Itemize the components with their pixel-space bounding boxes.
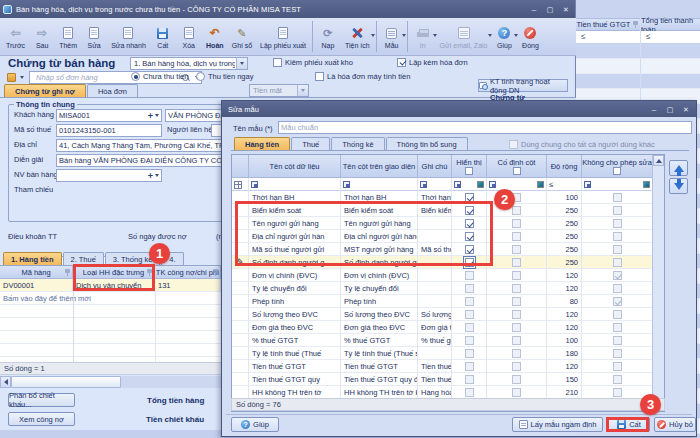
fixed-checkbox[interactable] bbox=[512, 375, 521, 384]
cell-width[interactable]: 100 bbox=[547, 191, 582, 204]
show-checkbox[interactable] bbox=[465, 362, 474, 371]
bg-column-tien-thue[interactable]: Tiền thuế GTGT bbox=[576, 19, 640, 30]
cell-fixed[interactable] bbox=[487, 373, 547, 386]
add-icon[interactable]: + bbox=[148, 171, 153, 181]
toolbar-button-printer-16[interactable]: In bbox=[410, 18, 436, 55]
dialog-column-2[interactable]: Ghi chú bbox=[418, 155, 452, 178]
dialog-grid-row-6[interactable]: Đơn vị chính (ĐVC)Đơn vị chính (ĐVC)120 bbox=[232, 269, 664, 282]
cell-lock[interactable] bbox=[582, 230, 653, 243]
lock-checkbox[interactable] bbox=[613, 284, 622, 293]
close-icon[interactable] bbox=[561, 5, 571, 14]
toolbar-button-doc-3[interactable]: Sửa bbox=[81, 18, 107, 55]
help-button[interactable]: ? Giúp bbox=[231, 417, 279, 432]
chevron-down-icon[interactable] bbox=[371, 34, 375, 37]
dialog-grid-row-9[interactable]: Số lượng theo ĐVCSố lượng theo ĐVCSố lượ… bbox=[232, 308, 664, 321]
cell-ui[interactable]: Số lượng theo ĐVC bbox=[341, 308, 418, 321]
cell-data[interactable]: Tỷ lệ tính thuế (Thuế bbox=[249, 347, 341, 360]
cell-fixed[interactable] bbox=[487, 308, 547, 321]
cell-fixed[interactable] bbox=[487, 360, 547, 373]
lock-checkbox[interactable] bbox=[613, 245, 622, 254]
filter-value-icon[interactable] bbox=[537, 181, 544, 188]
default-template-button[interactable]: Lấy mẫu ngầm định bbox=[512, 417, 603, 432]
lock-checkbox[interactable] bbox=[613, 297, 622, 306]
close-icon[interactable] bbox=[681, 105, 691, 114]
cell-width[interactable]: 250 bbox=[547, 217, 582, 230]
chevron-down-icon[interactable] bbox=[402, 34, 406, 37]
cell-width[interactable]: 150 bbox=[547, 373, 582, 386]
checkbox-checked-icon[interactable] bbox=[397, 58, 406, 67]
maximize-icon[interactable] bbox=[545, 5, 555, 14]
header-checkbox[interactable] bbox=[613, 167, 621, 175]
cell-ui[interactable]: % thuế GTGT bbox=[341, 334, 418, 347]
kiem-phieu-checkbox[interactable]: Kiêm phiếu xuất kho bbox=[273, 58, 353, 67]
chevron-down-icon[interactable] bbox=[155, 114, 159, 117]
show-checkbox[interactable] bbox=[465, 310, 474, 319]
toolbar-button-doc-4[interactable]: Sửa nhanh bbox=[107, 18, 150, 55]
items-hscrollbar[interactable] bbox=[0, 376, 221, 388]
toolbar-button-template-14[interactable]: Mẫu bbox=[379, 18, 405, 55]
tax-input[interactable]: 0101243150-001 bbox=[56, 124, 162, 137]
cell-width[interactable]: 250 bbox=[547, 204, 582, 217]
cell-lock[interactable] bbox=[582, 334, 653, 347]
toolbar-button-tools-12[interactable]: Tiện ích bbox=[341, 18, 374, 55]
cell-lock[interactable] bbox=[582, 191, 653, 204]
show-checkbox[interactable] bbox=[465, 297, 474, 306]
dialog-grid-row-8[interactable]: Phép tínhPhép tính80 bbox=[232, 295, 664, 308]
cell-fixed[interactable] bbox=[487, 295, 547, 308]
dialog-tab-thu-[interactable]: Thuế bbox=[291, 137, 330, 150]
cell-lock[interactable] bbox=[582, 347, 653, 360]
filter-option-icon[interactable] bbox=[343, 181, 350, 188]
checkbox-icon[interactable] bbox=[273, 58, 282, 67]
filter-cell[interactable]: ≤ bbox=[547, 178, 582, 191]
cell-fixed[interactable] bbox=[487, 347, 547, 360]
toolbar-button-doc-2[interactable]: Thêm bbox=[55, 18, 81, 55]
dialog-tab-h-ng-ti-n[interactable]: Hàng tiền bbox=[234, 137, 290, 150]
dialog-column-3[interactable]: Hiển thị bbox=[452, 155, 487, 178]
cell-width[interactable]: 120 bbox=[547, 282, 582, 295]
dialog-column-6[interactable]: Không cho phép sửa bbox=[582, 155, 653, 178]
maximize-icon[interactable] bbox=[665, 105, 675, 114]
filter-option-icon[interactable] bbox=[489, 181, 496, 188]
filter-cell[interactable] bbox=[418, 178, 452, 191]
dialog-grid-row-12[interactable]: Tỷ lệ tính thuế (ThuếTỷ lệ tính thuế (Th… bbox=[232, 347, 664, 360]
fixed-checkbox[interactable] bbox=[512, 219, 521, 228]
cell-fixed[interactable] bbox=[487, 282, 547, 295]
lock-checkbox[interactable] bbox=[613, 323, 622, 332]
cell-tk-cong-no[interactable]: 131 bbox=[155, 279, 221, 292]
dialog-grid-row-7[interactable]: Tỷ lệ chuyển đổiTỷ lệ chuyển đổi120 bbox=[232, 282, 664, 295]
fixed-checkbox[interactable] bbox=[512, 349, 521, 358]
cell-note[interactable]: Tiền thuế giá trị gi bbox=[418, 373, 452, 386]
cell-show[interactable] bbox=[452, 321, 487, 334]
scrollbar-thumb[interactable] bbox=[11, 376, 121, 388]
checkbox-icon[interactable] bbox=[315, 72, 324, 81]
column-tk-cong-no[interactable]: TK công nợ/chi phí bbox=[155, 266, 221, 279]
fixed-checkbox[interactable] bbox=[512, 258, 521, 267]
cell-width[interactable]: 250 bbox=[547, 230, 582, 243]
dialog-grid-filter-row[interactable]: ≤ bbox=[232, 178, 664, 191]
kt-status-button[interactable]: KT tình trạng hoạt động DN bbox=[478, 79, 568, 92]
lock-checkbox[interactable] bbox=[613, 258, 622, 267]
view-filter-button[interactable] bbox=[5, 71, 27, 84]
voucher-type-select[interactable]: 1. Bán hàng hóa, dịch vụ trong nước bbox=[130, 57, 248, 70]
tab-h-a-n[interactable]: Hóa đơn bbox=[87, 84, 138, 97]
filter-cell[interactable] bbox=[341, 178, 418, 191]
cell-width[interactable]: 250 bbox=[547, 243, 582, 256]
move-row-down-button[interactable] bbox=[669, 178, 688, 194]
move-row-up-button[interactable] bbox=[669, 160, 688, 176]
cell-lock[interactable] bbox=[582, 243, 653, 256]
cell-fixed[interactable] bbox=[487, 256, 547, 269]
cell-show[interactable] bbox=[452, 334, 487, 347]
cell-ui[interactable]: Tiền thuế GTGT quy đổi bbox=[341, 373, 418, 386]
view-debt-button[interactable]: Xem công nợ bbox=[8, 412, 75, 426]
filter-option-icon[interactable] bbox=[251, 181, 258, 188]
chua-thu-tien-radio[interactable]: Chưa thu tiền bbox=[131, 72, 188, 81]
tab-ch-ng-t-ghi-n-[interactable]: Chứng từ ghi nợ bbox=[4, 84, 86, 97]
cell-ui[interactable]: Phép tính bbox=[341, 295, 418, 308]
toolbar-button-close-red-19[interactable]: Đóng bbox=[517, 18, 543, 55]
show-checkbox[interactable] bbox=[465, 323, 474, 332]
show-checkbox[interactable] bbox=[465, 271, 474, 280]
cell-note[interactable]: Đơn giá theo đơn bbox=[418, 321, 452, 334]
cell-data[interactable]: Đơn vị chính (ĐVC) bbox=[249, 269, 341, 282]
column-ma-hang[interactable]: Mã hàng bbox=[0, 266, 73, 279]
toolbar-button-doc-9[interactable]: Lập phiếu xuất bbox=[256, 18, 310, 55]
